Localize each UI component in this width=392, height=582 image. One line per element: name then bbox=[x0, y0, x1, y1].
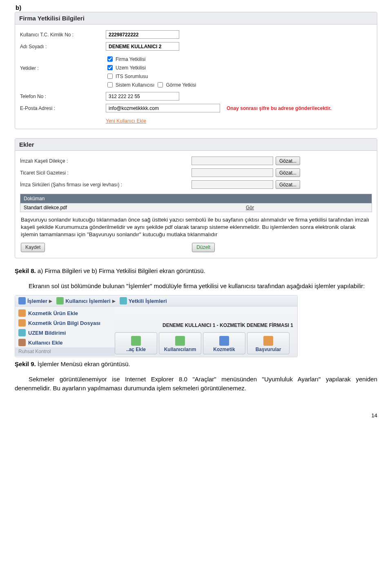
document-table: Doküman Standart dilekce.pdf Gör bbox=[20, 194, 372, 212]
label-gazete: Ticaret Sicil Gazetesi : bbox=[20, 170, 192, 176]
label-tel: Telefon No : bbox=[20, 94, 106, 99]
panel-title: Firma Yetkilisi Bilgileri bbox=[15, 12, 377, 25]
edit-button[interactable]: Düzelt bbox=[192, 243, 215, 252]
menu-item-kullanici-ekle[interactable]: Kullanıcı Ekle bbox=[15, 338, 115, 347]
calendar-icon bbox=[263, 336, 273, 346]
file-sirkuler[interactable] bbox=[192, 180, 273, 189]
check-label: Uzem Yetkilisi bbox=[116, 65, 146, 71]
tile-label: Kullanıcılarım bbox=[164, 347, 196, 352]
caption-rest: İşlemler Menüsü ekran görüntüsü. bbox=[36, 360, 130, 367]
menu-item-label: Kullanıcı Ekle bbox=[28, 340, 63, 346]
add-icon bbox=[131, 336, 141, 346]
email-input[interactable] bbox=[106, 104, 220, 112]
menu-item-label: Kozmetik Ürün Ekle bbox=[28, 310, 78, 316]
document-icon bbox=[219, 336, 229, 346]
table-row: Standart dilekce.pdf Gör bbox=[20, 203, 372, 212]
label-ad: Adı Soyadı : bbox=[20, 44, 106, 49]
globe-icon bbox=[18, 329, 26, 336]
check-uzem-yetkilisi[interactable] bbox=[107, 65, 113, 70]
chevron-right-icon: ▶ bbox=[112, 299, 116, 303]
tile-label: Başvurular bbox=[256, 347, 281, 352]
user-add-icon bbox=[18, 339, 26, 346]
current-user-line: DENEME KULLANICI 1 - KOZMETİK DENEME FİR… bbox=[115, 320, 297, 332]
email-warning: Onay sonrası şifre bu adrese gönderilece… bbox=[227, 105, 332, 111]
menu-item-ruhsat: Ruhsat Kontrol bbox=[15, 347, 115, 356]
page-number: 14 bbox=[15, 398, 377, 419]
menu-item-uzem[interactable]: UZEM Bildirimi bbox=[15, 328, 115, 338]
caption-bold: Şekil 9. bbox=[15, 360, 36, 367]
menu-screenshot: İşlemler▶ Kullanıcı İşlemleri▶ Yetkili İ… bbox=[15, 295, 298, 357]
tile-kullanicilarim[interactable]: Kullanıcılarım bbox=[159, 332, 201, 354]
browse-button[interactable]: Gözat... bbox=[276, 180, 300, 189]
check-firma-yetkilisi[interactable] bbox=[107, 56, 113, 62]
body-paragraph: Ekranın sol üst bölümünde bulunan "İşlem… bbox=[15, 282, 377, 291]
check-label: Firma Yetkilisi bbox=[116, 56, 145, 62]
menu-item-label: Ruhsat Kontrol bbox=[18, 349, 51, 354]
caption-bold: Şekil 8. bbox=[15, 267, 36, 274]
check-label: Sistem Kullanıcısı bbox=[116, 82, 154, 88]
label-dilekce: İmzalı Kaşeli Dilekçe : bbox=[20, 158, 192, 164]
chevron-right-icon: ▶ bbox=[49, 299, 52, 303]
browse-button[interactable]: Gözat... bbox=[276, 168, 300, 177]
check-label: Görme Yetkisi bbox=[166, 82, 196, 88]
info-text: Başvuruyu sonlandır kutucuğu tıklanmadan… bbox=[20, 214, 372, 242]
tile-kozmetik[interactable]: Kozmetik bbox=[203, 332, 245, 354]
check-label: ITS Sorumlusu bbox=[116, 74, 148, 79]
menu-label: İşlemler bbox=[27, 298, 47, 304]
folder-icon bbox=[18, 319, 26, 327]
tile-label: ..aç Ekle bbox=[126, 347, 146, 352]
product-icon bbox=[18, 309, 26, 317]
tile-ac-ekle[interactable]: ..aç Ekle bbox=[115, 332, 157, 354]
label-email: E-Posta Adresi : bbox=[20, 105, 106, 111]
user-icon bbox=[56, 297, 64, 304]
tile-buttons: ..aç Ekle Kullanıcılarım Kozmetik Başvur… bbox=[115, 332, 297, 357]
menu-item-kozmetik-urun-ekle[interactable]: Kozmetik Ürün Ekle bbox=[15, 308, 115, 318]
body-paragraph: Sekmeler görüntülenemiyor ise Internet E… bbox=[15, 375, 377, 393]
menu-item-label: Kozmetik Ürün Bilgi Dosyası bbox=[28, 320, 100, 326]
caption-rest: a) Firma Bilgileri ve b) Firma Yetkilisi… bbox=[36, 267, 205, 274]
check-sistem-kullanicisi[interactable] bbox=[107, 82, 113, 87]
tc-input[interactable] bbox=[106, 30, 179, 39]
panel-title: Ekler bbox=[15, 139, 377, 151]
label-yetkiler: Yetkiler : bbox=[20, 54, 106, 71]
menu-item-kozmetik-dosya[interactable]: Kozmetik Ürün Bilgi Dosyası bbox=[15, 318, 115, 328]
menu-islemler[interactable]: İşlemler▶ bbox=[18, 297, 52, 304]
label-tc: Kullanıcı T.C. Kimlik No : bbox=[20, 32, 106, 38]
figure-9-caption: Şekil 9. İşlemler Menüsü ekran görüntüsü… bbox=[15, 360, 377, 367]
folder-icon bbox=[18, 297, 26, 304]
section-b-label: b) bbox=[16, 4, 377, 11]
ad-soyad-input[interactable] bbox=[106, 42, 179, 51]
figure-8-caption: Şekil 8. a) Firma Bilgileri ve b) Firma … bbox=[15, 267, 377, 274]
user-icon bbox=[120, 297, 127, 304]
doc-view-link[interactable]: Gör bbox=[246, 205, 368, 210]
browse-button[interactable]: Gözat... bbox=[276, 157, 300, 165]
check-its-sorumlusu[interactable] bbox=[107, 74, 113, 79]
add-user-link[interactable]: Yeni Kullanıcı Ekle bbox=[20, 114, 372, 126]
menu-kullanici-islemleri[interactable]: Kullanıcı İşlemleri▶ bbox=[56, 297, 116, 304]
doc-name: Standart dilekce.pdf bbox=[24, 205, 246, 210]
menu-item-label: UZEM Bildirimi bbox=[28, 330, 66, 336]
yetkiler-group: Firma Yetkilisi Uzem Yetkilisi ITS Sorum… bbox=[106, 54, 196, 89]
tile-basvurular[interactable]: Başvurular bbox=[247, 332, 290, 354]
menu-yetkili-islemleri[interactable]: Yetkili İşlemleri bbox=[120, 297, 167, 304]
tile-label: Kozmetik bbox=[213, 347, 235, 352]
file-dilekce[interactable] bbox=[192, 157, 273, 165]
menu-breadcrumb: İşlemler▶ Kullanıcı İşlemleri▶ Yetkili İ… bbox=[15, 295, 297, 307]
file-gazete[interactable] bbox=[192, 168, 273, 177]
menu-label: Kullanıcı İşlemleri bbox=[65, 298, 111, 304]
menu-label: Yetkili İşlemleri bbox=[129, 298, 167, 304]
panel-ekler: Ekler İmzalı Kaşeli Dilekçe : Gözat... T… bbox=[15, 138, 377, 258]
label-sirkuler: İmza Sirküleri (Şahıs firması ise vergi … bbox=[20, 182, 192, 188]
telefon-input[interactable] bbox=[106, 92, 179, 101]
check-gorme-yetkisi[interactable] bbox=[158, 82, 163, 87]
table-header: Doküman bbox=[20, 194, 372, 203]
users-icon bbox=[175, 336, 185, 346]
save-button[interactable]: Kaydet bbox=[21, 243, 45, 252]
panel-firma-yetkilisi: Firma Yetkilisi Bilgileri Kullanıcı T.C.… bbox=[15, 12, 377, 129]
menu-left-list: Kozmetik Ürün Ekle Kozmetik Ürün Bilgi D… bbox=[15, 307, 115, 357]
